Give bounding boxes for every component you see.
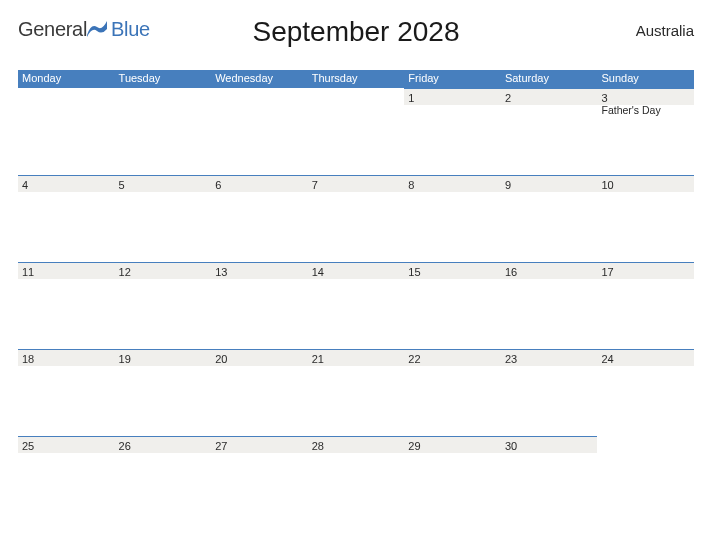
calendar-day: 22: [404, 349, 501, 436]
day-number: 9: [505, 179, 594, 191]
day-number: 18: [22, 353, 111, 365]
day-number: 5: [119, 179, 208, 191]
calendar-day: 5: [115, 175, 212, 262]
calendar-day: [115, 88, 212, 175]
calendar-day: 10: [597, 175, 694, 262]
country-label: Australia: [636, 22, 694, 39]
calendar-day: 20: [211, 349, 308, 436]
calendar-day: 9: [501, 175, 598, 262]
week-row: 123Father's Day: [18, 88, 694, 175]
calendar-day: 14: [308, 262, 405, 349]
calendar-day: 23: [501, 349, 598, 436]
day-number: 10: [601, 179, 690, 191]
calendar-day: 29: [404, 436, 501, 523]
week-row: 45678910: [18, 175, 694, 262]
day-number: 25: [22, 440, 111, 452]
day-number: 13: [215, 266, 304, 278]
weekday-header: Saturday: [501, 70, 598, 88]
calendar-day: 6: [211, 175, 308, 262]
day-number: 11: [22, 266, 111, 278]
weekday-header: Tuesday: [115, 70, 212, 88]
brand-part2: Blue: [111, 18, 150, 41]
header: General Blue September 2028 Australia: [18, 12, 694, 64]
day-number: 20: [215, 353, 304, 365]
calendar-day: 3Father's Day: [597, 88, 694, 175]
calendar-day: 16: [501, 262, 598, 349]
weekday-header: Thursday: [308, 70, 405, 88]
day-number: 22: [408, 353, 497, 365]
day-number: 26: [119, 440, 208, 452]
calendar-day: 28: [308, 436, 405, 523]
calendar-day: 17: [597, 262, 694, 349]
week-row: 11121314151617: [18, 262, 694, 349]
day-number: 30: [505, 440, 594, 452]
brand-part1: General: [18, 18, 87, 41]
calendar-day: 26: [115, 436, 212, 523]
calendar-day: 25: [18, 436, 115, 523]
calendar-day: 8: [404, 175, 501, 262]
day-number: 21: [312, 353, 401, 365]
day-number: 3: [601, 92, 690, 104]
weekday-header: Wednesday: [211, 70, 308, 88]
weekday-header: Monday: [18, 70, 115, 88]
calendar-day: [211, 88, 308, 175]
brand-logo: General Blue: [18, 18, 150, 41]
day-number: 23: [505, 353, 594, 365]
day-number: 29: [408, 440, 497, 452]
day-number: 2: [505, 92, 594, 104]
calendar-day: [308, 88, 405, 175]
day-number: 1: [408, 92, 497, 104]
day-number: 14: [312, 266, 401, 278]
day-event: Father's Day: [601, 105, 690, 117]
day-number: 17: [601, 266, 690, 278]
weekday-header-row: Monday Tuesday Wednesday Thursday Friday…: [18, 70, 694, 88]
calendar-day: 4: [18, 175, 115, 262]
week-row: 18192021222324: [18, 349, 694, 436]
day-number: 7: [312, 179, 401, 191]
day-number: 16: [505, 266, 594, 278]
day-number: 15: [408, 266, 497, 278]
calendar-day: 7: [308, 175, 405, 262]
day-number: 6: [215, 179, 304, 191]
calendar-day: [18, 88, 115, 175]
calendar-day: 19: [115, 349, 212, 436]
calendar-day: 27: [211, 436, 308, 523]
calendar-day: 21: [308, 349, 405, 436]
calendar-day: 2: [501, 88, 598, 175]
day-number: 8: [408, 179, 497, 191]
page-title: September 2028: [252, 16, 459, 48]
weekday-header: Sunday: [597, 70, 694, 88]
day-number: 4: [22, 179, 111, 191]
calendar-day: 24: [597, 349, 694, 436]
weeks-container: 123Father's Day4567891011121314151617181…: [18, 88, 694, 523]
calendar-day: [597, 436, 694, 523]
weekday-header: Friday: [404, 70, 501, 88]
calendar-day: 12: [115, 262, 212, 349]
day-number: 27: [215, 440, 304, 452]
calendar-day: 30: [501, 436, 598, 523]
brand-wave-icon: [87, 21, 107, 37]
day-number: 28: [312, 440, 401, 452]
calendar: Monday Tuesday Wednesday Thursday Friday…: [18, 70, 694, 523]
calendar-day: 13: [211, 262, 308, 349]
calendar-day: 11: [18, 262, 115, 349]
day-number: 19: [119, 353, 208, 365]
calendar-day: 1: [404, 88, 501, 175]
day-number: 12: [119, 266, 208, 278]
week-row: 252627282930: [18, 436, 694, 523]
day-number: 24: [601, 353, 690, 365]
calendar-day: 15: [404, 262, 501, 349]
calendar-day: 18: [18, 349, 115, 436]
